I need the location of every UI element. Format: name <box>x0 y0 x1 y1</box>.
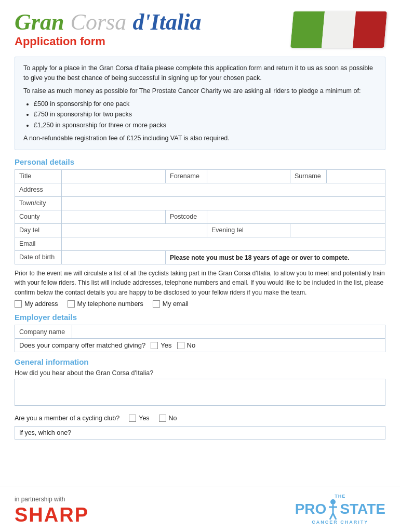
address-row: Address <box>15 183 385 196</box>
matched-giving-row: Does your company offer matched giving? … <box>15 339 385 352</box>
intro-para1: To apply for a place in the Gran Corsa d… <box>23 63 377 83</box>
disclosure-para: Prior to the event we will circulate a l… <box>15 269 385 298</box>
matched-no-checkbox[interactable] <box>177 342 184 349</box>
intro-bullet-2: £750 in sponsorship for two packs <box>34 110 377 119</box>
dob-row: Date of birth Please note you must be 18… <box>15 250 385 264</box>
prostate-state-text: STATE <box>340 501 385 517</box>
cycling-yes-checkbox[interactable] <box>129 415 136 422</box>
which-one-label: If yes, which one? <box>19 429 71 436</box>
postcode-input[interactable] <box>211 214 381 221</box>
matched-giving-label: Does your company offer matched giving? <box>19 341 145 349</box>
prostate-bottom: CANCER CHARITY <box>312 520 368 525</box>
matched-giving-container: Does your company offer matched giving? … <box>19 341 381 349</box>
email-input[interactable] <box>66 241 381 248</box>
postcode-label: Postcode <box>166 210 207 223</box>
address-input-cell[interactable] <box>62 183 385 196</box>
prostate-pro-text: PRO <box>295 501 327 517</box>
intro-box: To apply for a place in the Gran Corsa d… <box>15 57 385 150</box>
company-label: Company name <box>15 325 72 339</box>
company-input[interactable] <box>76 328 381 336</box>
matched-yes-checkbox[interactable] <box>151 342 158 349</box>
general-info-title: General information <box>15 357 385 366</box>
which-one-input[interactable] <box>75 429 381 436</box>
town-label: Town/city <box>15 196 62 210</box>
confirm-email-label: My email <box>163 300 189 308</box>
page: Gran Corsa d'Italia Application form To … <box>0 0 400 532</box>
svg-point-0 <box>330 499 336 504</box>
title-input[interactable] <box>66 173 161 180</box>
forename-input[interactable] <box>211 173 286 180</box>
cycling-no-checkbox[interactable] <box>159 415 166 422</box>
footer: in partnership with SHARP THE PRO STATE … <box>0 486 400 532</box>
address-checkbox[interactable] <box>15 300 22 308</box>
title-forename-surname-row: Title Forename Surname <box>15 169 385 183</box>
how-hear-textarea[interactable] <box>15 379 385 406</box>
address-input[interactable] <box>66 187 381 194</box>
confirm-address[interactable]: My address <box>15 300 58 308</box>
prostate-top: THE <box>335 494 345 499</box>
prostate-logo: THE PRO STATE CANCER CHARITY <box>295 494 385 525</box>
surname-input[interactable] <box>331 173 381 180</box>
flag-white <box>322 11 356 48</box>
italian-flag <box>290 11 387 48</box>
email-row: Email <box>15 237 385 250</box>
matched-giving-cell: Does your company offer matched giving? … <box>15 339 385 352</box>
footer-left: in partnership with SHARP <box>15 496 89 525</box>
flag-red <box>353 11 387 48</box>
forename-label: Forename <box>166 169 207 183</box>
cycling-yes-label: Yes <box>139 415 149 422</box>
county-input[interactable] <box>66 214 161 221</box>
intro-list: £500 in sponsorship for one pack £750 in… <box>34 99 377 130</box>
matched-yes-label: Yes <box>161 341 171 349</box>
title-input-cell[interactable] <box>62 169 166 183</box>
town-input-cell[interactable] <box>62 196 385 210</box>
prostate-main: PRO STATE <box>295 499 385 520</box>
logo-corsa: Corsa <box>71 9 127 35</box>
email-checkbox[interactable] <box>153 300 160 308</box>
county-input-cell[interactable] <box>62 210 166 223</box>
cycling-no[interactable]: No <box>159 415 177 422</box>
forename-input-cell[interactable] <box>207 169 290 183</box>
cycling-no-label: No <box>169 415 177 422</box>
town-input[interactable] <box>66 200 381 207</box>
how-hear-label: How did you hear about the Gran Corsa d'… <box>15 369 385 377</box>
telephone-checkbox[interactable] <box>68 300 75 308</box>
title-label: Title <box>15 169 62 183</box>
dob-note-cell: Please note you must be 18 years of age … <box>166 250 385 264</box>
dob-input[interactable] <box>66 254 161 261</box>
confirm-telephone[interactable]: My telephone numbers <box>68 300 143 308</box>
intro-para2: To raise as much money as possible for T… <box>23 86 377 96</box>
company-row: Company name <box>15 325 385 339</box>
in-partnership-text: in partnership with <box>15 496 89 503</box>
cycling-club-row: Are you a member of a cycling club? Yes … <box>15 415 385 422</box>
company-input-cell[interactable] <box>72 325 385 339</box>
dob-label: Date of birth <box>15 250 62 264</box>
fee-note: A non-refundable registration fee of £12… <box>23 134 377 143</box>
eveningtel-label: Evening tel <box>207 223 290 237</box>
flag-green <box>290 11 325 48</box>
logo-area: Gran Corsa d'Italia Application form <box>15 9 201 55</box>
email-input-cell[interactable] <box>62 237 385 250</box>
matched-no[interactable]: No <box>177 341 196 349</box>
intro-bullet-1: £500 in sponsorship for one pack <box>34 99 377 109</box>
daytel-input-cell[interactable] <box>62 223 207 237</box>
surname-input-cell[interactable] <box>327 169 385 183</box>
which-one-row: If yes, which one? <box>15 426 385 440</box>
eveningtel-input[interactable] <box>295 227 381 234</box>
logo: Gran Corsa d'Italia <box>15 9 201 35</box>
address-label: Address <box>15 183 62 196</box>
eveningtel-input-cell[interactable] <box>290 223 385 237</box>
confirm-email[interactable]: My email <box>153 300 189 308</box>
postcode-input-cell[interactable] <box>207 210 385 223</box>
personal-grid: Title Forename Surname Address Town/city… <box>15 169 385 264</box>
daytel-input[interactable] <box>66 227 203 234</box>
cycling-yes[interactable]: Yes <box>129 415 149 422</box>
matched-no-label: No <box>187 341 196 349</box>
logo-gran: Gran <box>15 9 64 35</box>
matched-yes[interactable]: Yes <box>151 341 171 349</box>
confirm-row: My address My telephone numbers My email <box>15 300 385 308</box>
intro-bullet-3: £1,250 in sponsorship for three or more … <box>34 121 377 130</box>
town-row: Town/city <box>15 196 385 210</box>
dob-input-cell[interactable] <box>62 250 166 264</box>
email-label: Email <box>15 237 62 250</box>
